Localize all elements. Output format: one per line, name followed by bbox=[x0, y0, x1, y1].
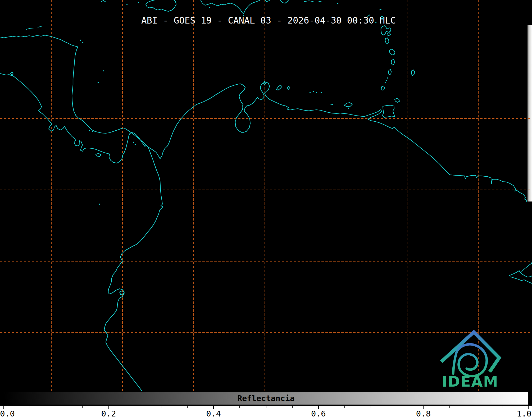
colorbar-minor-tick bbox=[82, 405, 83, 408]
coastline-amazon-river-branch bbox=[519, 271, 532, 277]
dawn-terminator-band bbox=[527, 25, 532, 201]
colorbar-major-tick bbox=[108, 405, 109, 409]
small-island-dot bbox=[98, 82, 99, 83]
colorbar-major-tick bbox=[318, 405, 319, 409]
coastline-dominica bbox=[385, 38, 389, 44]
coastline-jamaica bbox=[146, 0, 176, 11]
coastline-tobago bbox=[395, 98, 399, 102]
small-island-dot bbox=[316, 92, 317, 93]
coastline-st-lucia bbox=[391, 59, 395, 65]
small-island-dot bbox=[313, 91, 314, 92]
small-island-dot bbox=[99, 204, 100, 205]
colorbar-minor-tick bbox=[476, 405, 476, 408]
coastline-trinidad bbox=[383, 105, 395, 117]
colorbar-minor-tick bbox=[56, 405, 56, 408]
colorbar-tick-label: 0.0 bbox=[0, 409, 15, 417]
coastline-curacao bbox=[276, 85, 282, 90]
small-island-dot bbox=[103, 70, 104, 71]
coastline-guadeloupe bbox=[381, 26, 391, 35]
colorbar-tick-label: 0.6 bbox=[311, 409, 326, 417]
colorbar-minor-tick bbox=[266, 405, 266, 408]
small-island-dot bbox=[310, 92, 311, 93]
colorbar-major-tick bbox=[423, 405, 424, 409]
small-island-dot bbox=[135, 144, 136, 145]
coastline-virgin-islands-fragment bbox=[319, 1, 322, 2]
coastline-martinique bbox=[389, 49, 395, 55]
coastline-la-tortuga bbox=[330, 104, 333, 105]
coastline-top-fragment bbox=[101, 1, 106, 2]
coastline-bonaire bbox=[287, 86, 290, 89]
colorbar-minor-tick bbox=[161, 405, 161, 408]
colorbar-minor-tick bbox=[502, 405, 502, 408]
colorbar-minor-tick bbox=[371, 405, 371, 408]
colorbar-major-tick bbox=[528, 405, 529, 409]
coastline-punta-cana-fragment bbox=[280, 0, 288, 3]
colorbar-tick-label: 0.2 bbox=[101, 409, 116, 417]
small-island-dot bbox=[386, 80, 387, 81]
colorbar-minor-tick bbox=[187, 405, 188, 408]
colorbar-label: Reflectancia bbox=[237, 394, 295, 403]
ideam-logo-text: IDEAM bbox=[442, 373, 499, 390]
coastline-st-vincent bbox=[388, 70, 391, 75]
coastline-amazon-river-north bbox=[509, 262, 532, 276]
colorbar-minor-tick bbox=[30, 405, 30, 408]
coastline-grenada bbox=[381, 86, 385, 90]
ideam-logo: IDEAM bbox=[441, 332, 499, 390]
small-island-dot bbox=[92, 131, 93, 132]
small-island-dot bbox=[82, 42, 83, 43]
small-island-dot bbox=[133, 142, 134, 143]
satellite-image-viewer: IDEAM ABI - GOES 19 - CANAL 03 - 2026-04… bbox=[0, 0, 532, 417]
colorbar-minor-tick bbox=[135, 405, 135, 408]
coastline-hispaniola-fragment-east bbox=[265, 0, 270, 2]
coastline-barbados bbox=[411, 70, 415, 76]
coastline-guanaja bbox=[38, 26, 41, 27]
colorbar-minor-tick bbox=[449, 405, 450, 408]
coastline-roatan bbox=[26, 28, 34, 29]
colorbar-minor-tick bbox=[397, 405, 397, 408]
terminator-rect bbox=[527, 25, 532, 201]
coastline-coiba bbox=[96, 153, 101, 157]
coastline-hispaniola-south-coast bbox=[201, 0, 260, 13]
colorbar-major-tick bbox=[3, 405, 4, 409]
colorbar-tick-label: 1.0 bbox=[517, 409, 531, 417]
colorbar-tick-label: 0.8 bbox=[416, 409, 431, 417]
colorbar-major-tick bbox=[213, 405, 214, 409]
small-island-dot bbox=[385, 82, 386, 83]
coastline-puerto-rico-fragment bbox=[304, 1, 313, 2]
small-island-dot bbox=[348, 108, 349, 109]
satellite-map: IDEAM bbox=[0, 0, 532, 391]
small-island-dot bbox=[337, 3, 338, 4]
latlon-grid bbox=[0, 0, 532, 391]
colorbar-minor-tick bbox=[239, 405, 240, 408]
image-title: ABI - GOES 19 - CANAL 03 - 2026-04-30 00… bbox=[141, 15, 396, 26]
ideam-logo-spiral bbox=[453, 344, 487, 376]
small-island-dot bbox=[89, 130, 90, 131]
small-island-dot bbox=[138, 2, 139, 3]
coastline-margarita bbox=[344, 103, 352, 107]
colorbar-tick-label: 0.4 bbox=[206, 409, 221, 417]
colorbar-minor-tick bbox=[292, 405, 293, 408]
small-island-dot bbox=[80, 40, 81, 41]
small-island-dot bbox=[321, 92, 322, 93]
small-island-dot bbox=[209, 7, 210, 8]
small-island-dot bbox=[387, 77, 388, 79]
colorbar: Reflectancia bbox=[4, 391, 528, 405]
coastline-amazon-river-south bbox=[511, 277, 532, 283]
colorbar-minor-tick bbox=[344, 405, 345, 408]
coastline-marie-galante bbox=[387, 33, 390, 36]
ideam-logo-roof bbox=[441, 332, 499, 372]
small-island-dot bbox=[126, 4, 128, 5]
coastline-barbuda bbox=[379, 9, 381, 10]
